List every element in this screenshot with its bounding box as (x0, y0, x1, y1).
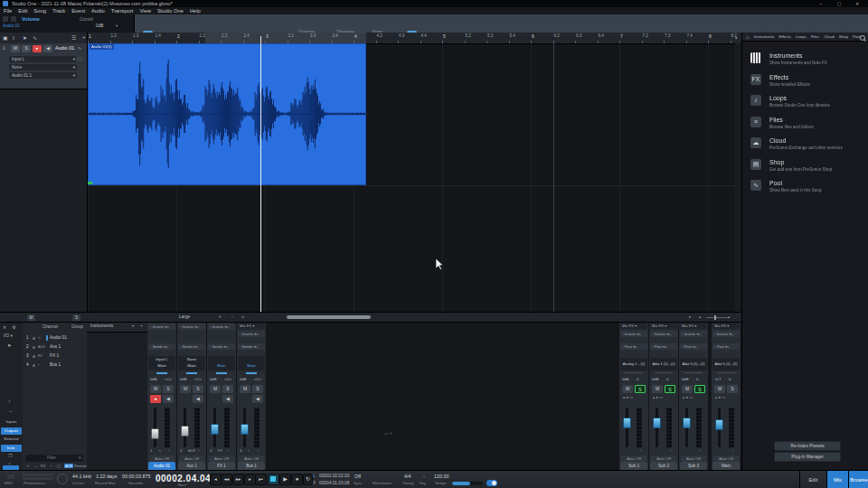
strip-automation-mode[interactable]: Auto: Off (681, 455, 706, 462)
transport-stop-button[interactable] (268, 474, 279, 485)
trackcol-icon-2[interactable]: ➤ (23, 34, 27, 41)
strip-pan-value[interactable]: <C> (224, 377, 231, 381)
browser-tab-cloud[interactable]: Cloud (824, 33, 834, 41)
mixer-strip-aux1[interactable]: ◦ Inserts ▾+◦ Sends ▾+NoneMain0dB<C>MS◀◔… (177, 323, 207, 471)
menu-view[interactable]: View (139, 7, 150, 14)
strip-name-tab[interactable]: FX 1 (208, 462, 235, 470)
loop-left-value[interactable]: 00002.02.02.00 (319, 474, 349, 478)
minimize-button[interactable]: – (816, 0, 826, 7)
zoom-expand-icon[interactable]: ⋰ (734, 314, 739, 319)
footer-box-icon[interactable]: ▫ (231, 314, 233, 319)
instruments-add-icon[interactable]: + (140, 324, 143, 328)
mixer-leftright-icon[interactable]: ↔ (8, 408, 13, 413)
channel-list-filter-5[interactable]: AUX (64, 464, 73, 468)
strip-monitor-button[interactable]: ◀ (163, 395, 174, 403)
strip-gain-value[interactable]: -0.7 (714, 377, 721, 381)
strip-mute-button[interactable]: M (210, 385, 221, 393)
zoom-play-icon[interactable]: ▸ (689, 314, 691, 319)
strip-name-tab[interactable]: Audio 01 (148, 462, 175, 470)
strip-fader-handle[interactable] (151, 428, 159, 439)
playhead[interactable] (260, 36, 261, 312)
mix-view-button[interactable]: Mix (826, 471, 848, 488)
channel-list-filter-0[interactable]: ∿ (26, 464, 29, 468)
track-height-dropdown-icon[interactable]: ▾ (219, 314, 221, 319)
menu-event[interactable]: Event (71, 7, 85, 14)
input-toggle[interactable] (76, 57, 83, 61)
channel-list-filter-6[interactable]: Remote (74, 464, 87, 468)
strip-inserts-row[interactable]: ◦ Inserts ▾+ (208, 324, 235, 330)
trackcol-icon-1[interactable]: Ⅰ (13, 34, 14, 41)
menu-song[interactable]: Song (33, 7, 46, 14)
strip-monitor-button[interactable]: ◀ (252, 395, 263, 403)
transport-rew-button[interactable]: ◂◂ (221, 474, 232, 485)
tempo-value[interactable]: 120.00 (434, 474, 449, 479)
strip-sends-row[interactable]: ◦ Sends ▾+ (208, 343, 235, 350)
channel-row-audio01[interactable]: 1∿Audio 01 (23, 333, 87, 343)
strip-mixfx-header[interactable]: Mix FX ▾ (712, 323, 740, 329)
mixer-wrench-icon[interactable]: ⚙ (12, 324, 15, 330)
mixer-strip-fx1[interactable]: ◦ Inserts ▾+◦ Sends ▾+Main0dB<C>MS◀◔3FXA… (207, 323, 237, 471)
strip-fader-handle[interactable] (653, 418, 661, 428)
strip-gain-value[interactable]: 0dB (180, 377, 186, 381)
strip-pan-control[interactable] (156, 372, 167, 374)
mixer-strip-sub3[interactable]: Mix FX ▾◦ Inserts ▾+◦ Post ▾+Adat 3 (1).… (679, 323, 709, 471)
channel-list-filter-3[interactable]: ⊦ (51, 464, 52, 468)
strip-automation-mode[interactable]: Auto: Off (651, 455, 676, 462)
strip-inserts-row[interactable]: ◦ Inserts ▾+ (178, 324, 205, 330)
browse-view-button[interactable]: Browse (848, 471, 868, 488)
strip-name-tab[interactable]: Sub 1 (620, 462, 647, 470)
mixer-tab-outputs[interactable]: Outputs (1, 427, 22, 435)
strip-solo-button[interactable]: S (222, 385, 233, 393)
track-header-audio01[interactable]: 1 M S ● ◀ Audio 01 ∿ Input L▾ None▾ Audi… (0, 43, 87, 89)
browser-item-pool[interactable]: Pool (769, 180, 782, 186)
strip-mixfx-header[interactable]: Mix FX ▾ (620, 323, 647, 329)
strip-sends-row[interactable]: ◦ Post ▾+ (620, 343, 647, 350)
strip-solo-button[interactable]: S (193, 385, 203, 393)
strip-pan-value[interactable]: 0 (666, 377, 668, 381)
strip-sends-row[interactable]: ◦ Sends ▾+ (238, 343, 265, 350)
global-mute-button[interactable]: M (27, 314, 35, 321)
strip-pan-value[interactable]: <C> (194, 377, 202, 381)
track-solo-button[interactable]: S (22, 45, 31, 52)
close-button[interactable]: ✕ (853, 0, 862, 7)
global-solo-button[interactable]: S (72, 314, 80, 321)
strip-solo-button[interactable]: S (163, 385, 174, 393)
output-volume-slider[interactable] (452, 482, 483, 485)
strip-inserts-row[interactable]: ◦ Inserts ▾+ (680, 331, 707, 337)
maximize-button[interactable]: ▢ (835, 0, 844, 7)
strip-mixfx-header[interactable]: Mix FX ▾ (680, 323, 707, 329)
track-name[interactable]: Audio 01 (55, 45, 74, 51)
strip-mixfx-header[interactable]: Mix FX ▾ (238, 323, 265, 329)
menu-edit[interactable]: Edit (18, 7, 27, 14)
audio-clip[interactable] (88, 43, 366, 185)
strip-mixfx-header[interactable]: Mix FX ▾ (650, 323, 677, 329)
mixer-arrow-icon[interactable]: ➤ (7, 343, 12, 348)
strip-mute-button[interactable]: M (714, 385, 725, 393)
browser-item-shop[interactable]: Shop (769, 159, 784, 165)
mixer-strip-sub1[interactable]: Mix FX ▾◦ Inserts ▾+◦ Post ▾+Analog 1 ..… (619, 323, 649, 471)
vertical-scrollbar[interactable]: ▴ (735, 43, 741, 312)
strip-name-tab[interactable]: Bus 1 (238, 462, 265, 470)
main-time-label[interactable]: Bars* (178, 483, 187, 487)
strip-inserts-row[interactable]: ◦ Inserts ▾+ (620, 331, 647, 337)
track-input-select[interactable]: Input L▾ (9, 56, 77, 62)
strip-name-tab[interactable]: Main (712, 462, 740, 470)
strip-gain-value[interactable]: 0dB (682, 377, 688, 381)
mixer-strip-main[interactable]: Mix FX ▾◦ Inserts ▾+◦ Post ▾+Adat 5 (1).… (712, 323, 741, 471)
strip-pan-value[interactable]: <C> (254, 377, 261, 381)
strip-gain-value[interactable]: 0dB (652, 377, 658, 381)
strip-monitor-button[interactable]: ◀ (222, 395, 233, 403)
search-icon[interactable] (860, 35, 865, 41)
zoom-slider-handle[interactable] (714, 315, 716, 320)
channel-row-fx1[interactable]: 3FXFX 1 (23, 352, 87, 361)
menu-help[interactable]: Help (190, 7, 201, 14)
browser-tab-shop[interactable]: Shop (839, 33, 848, 41)
zoom-out-icon[interactable]: ▴ (699, 314, 701, 319)
strip-sends-row[interactable]: ◦ Post ▾+ (650, 343, 677, 350)
browser-button-re-index-presets[interactable]: Re-Index Presets (774, 441, 841, 451)
strip-name-tab[interactable]: Aux 1 (178, 462, 205, 470)
strip-automation-mode[interactable]: Auto: Off (179, 455, 204, 462)
strip-name-tab[interactable]: Sub 3 (680, 462, 707, 470)
track-output-select[interactable]: Audio 01.1▾ (9, 72, 77, 79)
mixer-resize-icon[interactable]: ▭ + (384, 431, 392, 436)
